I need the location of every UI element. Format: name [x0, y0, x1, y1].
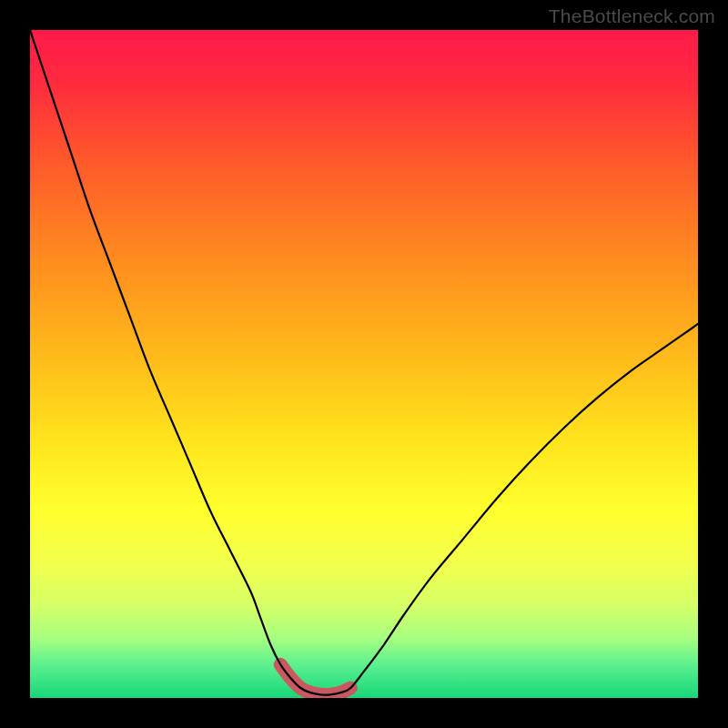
- gradient-rect: [30, 30, 698, 698]
- plot-area: [30, 30, 698, 698]
- chart-svg: [30, 30, 698, 698]
- chart-frame: TheBottleneck.com: [0, 0, 728, 728]
- watermark-text: TheBottleneck.com: [549, 5, 715, 27]
